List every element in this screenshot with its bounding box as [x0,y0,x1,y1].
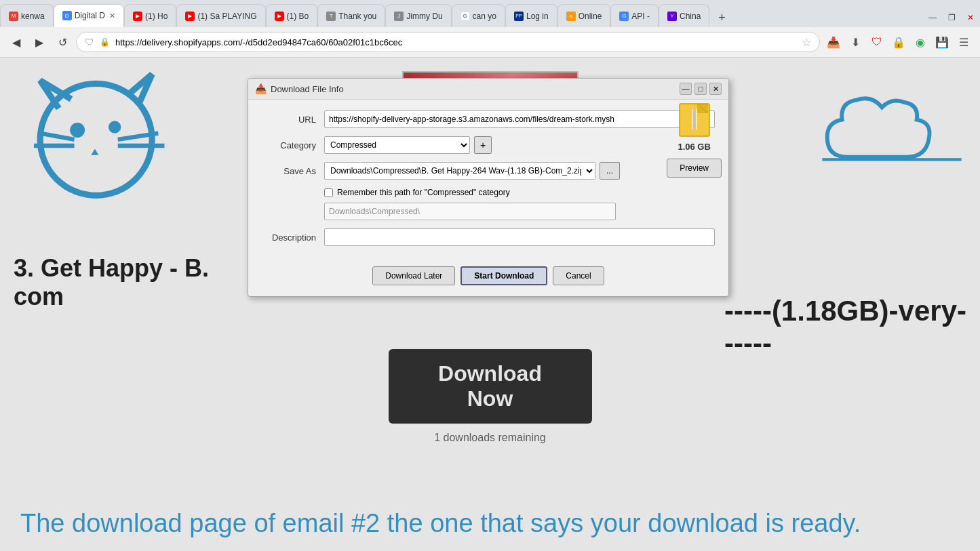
dialog-restore-button[interactable]: □ [694,83,707,95]
address-bar: 🛡 🔒 ☆ [76,32,820,52]
tab-jimmy[interactable]: J Jimmy Du [385,4,451,27]
remember-checkbox-label: Remember this path for "Compressed" cate… [337,188,510,197]
browse-button[interactable]: ... [600,162,620,180]
url-field[interactable] [324,110,715,128]
category-label: Category [262,140,316,150]
tab-amazon-label: Online [579,12,602,21]
add-category-button[interactable]: + [474,136,492,154]
tab-yt3-label: (1) Bo [287,12,309,21]
security-icon[interactable]: 🛡 [867,33,886,52]
tab-email-label: kenwa [21,12,45,21]
dialog-title: 📥 Download File Info [255,83,344,94]
tab-google-label: can yo [473,12,496,21]
tab-yt2[interactable]: ▶ (1) Sa PLAYING [176,4,265,27]
tab-yt3[interactable]: ▶ (1) Bo [266,4,318,27]
shield-icon: 🛡 [85,37,94,47]
url-row: URL [262,110,715,128]
restore-window-button[interactable]: ❐ [942,8,961,27]
dialog-title-text: Download File Info [271,84,344,94]
path-hint-input[interactable] [324,203,616,220]
saveas-select[interactable]: Downloads\Compressed\B. Get Happy-264 Wa… [324,162,595,180]
bookmark-icon[interactable]: 💾 [933,33,952,52]
download-file-info-dialog: 📥 Download File Info — □ ✕ URL Category [248,78,729,297]
dialog-window-controls: — □ ✕ [680,83,722,95]
tab-api[interactable]: G API - [610,4,659,27]
download-icon[interactable]: ⬇ [846,33,865,52]
dialog-titlebar: 📥 Download File Info — □ ✕ [248,79,728,100]
tab-china-label: China [680,12,701,21]
url-input[interactable] [115,37,796,47]
tab-yt2-label: (1) Sa PLAYING [197,12,256,21]
close-tab-icon[interactable]: ✕ [109,12,115,20]
tab-thankyou-label: Thank you [338,12,376,21]
tab-paypal-label: Log in [526,12,549,21]
tab-china[interactable]: Y China [659,4,709,27]
tab-bar: M kenwa D Digital D ✕ ▶ (1) Ho ▶ (1) Sa … [0,0,980,27]
lock-icon: 🔒 [100,37,110,47]
saveas-controls: Downloads\Compressed\B. Get Happy-264 Wa… [324,162,620,180]
new-tab-button[interactable]: + [712,8,731,27]
dialog-minimize-button[interactable]: — [680,83,692,95]
tab-google[interactable]: G can yo [452,4,505,27]
forward-button[interactable]: ▶ [30,33,49,52]
pocket-icon[interactable]: 📥 [824,33,843,52]
tab-yt1-label: (1) Ho [145,12,168,21]
remember-checkbox-row: Remember this path for "Compressed" cate… [324,188,715,197]
menu-icon[interactable]: ☰ [954,33,973,52]
tab-yt1[interactable]: ▶ (1) Ho [124,4,176,27]
download-later-button[interactable]: Download Later [372,266,455,285]
description-row: Description [262,228,715,246]
tab-digital-label: Digital D [75,11,105,20]
start-download-button[interactable]: Start Download [460,266,547,285]
category-controls: Compressed + [324,136,492,154]
url-label: URL [262,115,316,125]
dialog-action-buttons: Download Later Start Download Cancel [248,266,728,296]
tab-jimmy-label: Jimmy Du [406,12,442,21]
star-icon[interactable]: ☆ [802,36,811,49]
description-label: Description [262,232,316,243]
zip-file-icon [678,100,711,138]
browser-chrome: M kenwa D Digital D ✕ ▶ (1) Ho ▶ (1) Sa … [0,0,980,58]
color-circle-icon[interactable]: ◉ [911,33,930,52]
tab-api-label: API - [631,12,650,21]
close-window-button[interactable]: ✕ [961,8,980,27]
preview-button[interactable]: Preview [667,159,722,178]
tab-email[interactable]: M kenwa [0,4,54,27]
dialog-icon: 📥 [255,83,267,94]
saveas-label: Save As [262,166,316,176]
tab-paypal[interactable]: PP Log in [505,4,557,27]
back-button[interactable]: ◀ [7,33,26,52]
tab-thankyou[interactable]: T Thank you [317,4,385,27]
file-icon-area: 1.06 GB Preview [667,100,722,178]
minimize-window-button[interactable]: — [923,8,942,27]
dialog-close-button[interactable]: ✕ [709,83,722,95]
category-row: Category Compressed + [262,136,715,154]
page-content: 1.This is a photo. Please play a video. … [0,58,980,551]
remember-checkbox[interactable] [324,188,333,197]
idm-icon[interactable]: 🔒 [889,33,908,52]
tab-digital[interactable]: D Digital D ✕ [54,4,124,27]
svg-rect-13 [693,109,696,129]
file-size: 1.06 GB [678,142,710,152]
reload-button[interactable]: ↺ [53,33,72,52]
cancel-button[interactable]: Cancel [553,266,604,285]
toolbar-actions: 📥 ⬇ 🛡 🔒 ◉ 💾 ☰ [824,33,973,52]
navigation-toolbar: ◀ ▶ ↺ 🛡 🔒 ☆ 📥 ⬇ 🛡 🔒 ◉ 💾 ☰ [0,27,980,57]
description-input[interactable] [324,228,715,246]
saveas-row: Save As Downloads\Compressed\B. Get Happ… [262,162,715,180]
category-select[interactable]: Compressed [324,136,470,154]
dialog-body: URL Category Compressed + Save As Dow [248,100,728,266]
tab-amazon[interactable]: a Online [557,4,611,27]
path-hint-row [324,203,715,220]
